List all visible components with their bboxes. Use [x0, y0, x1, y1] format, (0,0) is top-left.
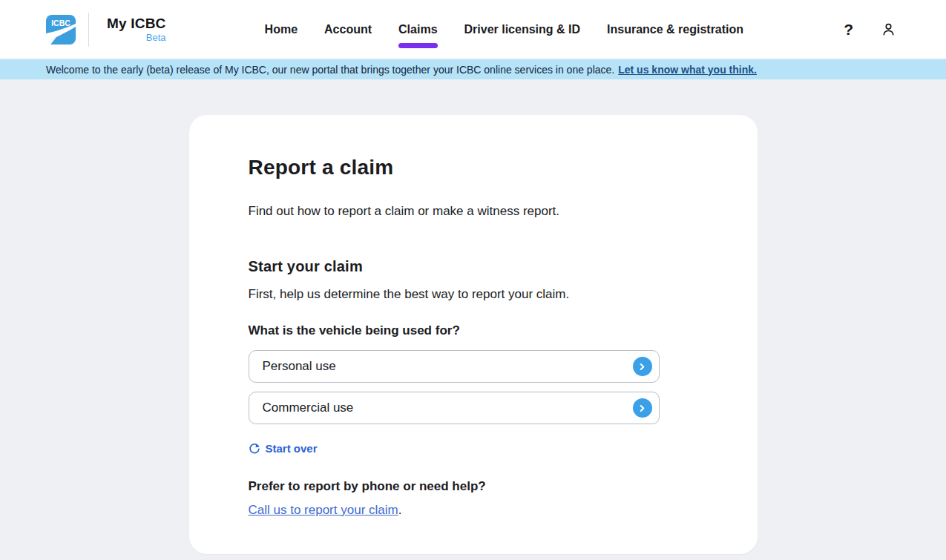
vehicle-use-question: What is the vehicle being used for? — [249, 322, 698, 340]
chevron-right-icon — [633, 398, 652, 418]
svg-text:ICBC: ICBC — [51, 19, 70, 27]
app-title-block: My ICBC Beta — [107, 16, 166, 43]
beta-banner: Welcome to the early (beta) release of M… — [0, 59, 946, 79]
start-over-link[interactable]: Start over — [249, 442, 318, 455]
help-icon: ? — [844, 22, 853, 37]
beta-badge: Beta — [146, 32, 166, 43]
option-personal-use[interactable]: Personal use — [249, 350, 660, 383]
app-title: My ICBC — [107, 16, 166, 32]
nav-item-claims[interactable]: Claims — [398, 19, 437, 41]
refresh-icon — [249, 443, 260, 455]
nav-item-home[interactable]: Home — [265, 19, 298, 41]
main-nav: Home Account Claims Driver licensing & I… — [265, 19, 743, 41]
account-button[interactable] — [878, 19, 899, 39]
banner-feedback-link[interactable]: Let us know what you think. — [618, 64, 757, 76]
nav-item-account[interactable]: Account — [324, 19, 372, 41]
brand-divider — [88, 13, 89, 47]
help-button[interactable]: ? — [842, 20, 855, 39]
phone-help-heading: Prefer to report by phone or need help? — [249, 478, 698, 495]
icbc-logo-icon: ICBC — [46, 15, 76, 45]
section-intro: First, help us determine the best way to… — [249, 286, 698, 303]
option-commercial-use[interactable]: Commercial use — [249, 392, 660, 424]
page-intro: Find out how to report a claim or make a… — [249, 202, 698, 220]
option-label: Personal use — [263, 359, 336, 374]
banner-message: Welcome to the early (beta) release of M… — [46, 64, 614, 76]
header-icons: ? — [842, 19, 899, 39]
report-claim-card: Report a claim Find out how to report a … — [189, 115, 758, 554]
option-label: Commercial use — [263, 401, 354, 415]
nav-item-driver-licensing[interactable]: Driver licensing & ID — [464, 19, 581, 41]
nav-item-insurance-registration[interactable]: Insurance & registration — [607, 19, 743, 41]
call-line-suffix: . — [398, 503, 402, 517]
brand: ICBC My ICBC Beta — [46, 13, 166, 47]
start-over-label: Start over — [266, 442, 318, 455]
call-to-report-link[interactable]: Call us to report your claim — [249, 503, 398, 517]
top-navigation-bar: ICBC My ICBC Beta Home Account Claims Dr… — [0, 0, 946, 59]
page-title: Report a claim — [249, 155, 698, 180]
call-line: Call us to report your claim. — [249, 502, 698, 518]
user-icon — [880, 21, 897, 38]
chevron-right-icon — [633, 357, 652, 376]
section-title: Start your claim — [249, 257, 698, 277]
